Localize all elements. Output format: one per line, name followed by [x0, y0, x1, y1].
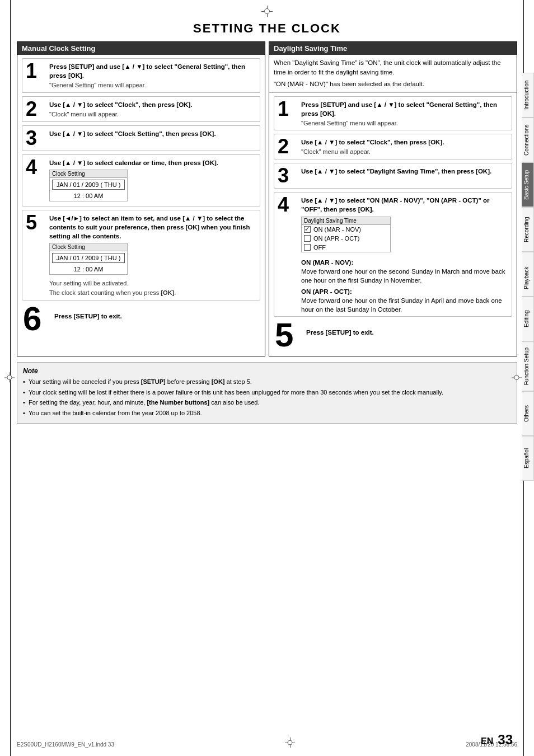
clock-box-4-line1: JAN / 01 / 2009 ( THU ) [52, 180, 125, 190]
step-1: 1 Press [SETUP] and use [▲ / ▼] to selec… [22, 58, 260, 93]
page-number-area: EN 33 [481, 732, 513, 748]
tab-connections[interactable]: Connections [522, 118, 534, 162]
sidebar-tabs: Introduction Connections Basic Setup Rec… [522, 73, 534, 481]
note-item-1: Your setting will be canceled if you pre… [23, 377, 511, 387]
top-crosshair [0, 0, 534, 17]
clock-box-4: Clock Setting JAN / 01 / 2009 ( THU ) 12… [49, 170, 128, 201]
step-6: 6 Press [SETUP] to exit. [22, 304, 260, 334]
right-step-4-text: Use [▲ / ▼] to select "ON (MAR - NOV)", … [301, 197, 490, 213]
tab-playback[interactable]: Playback [522, 252, 534, 297]
step-5-number: 5 [26, 213, 46, 233]
note-item-3: For setting the day, year, hour, and min… [23, 398, 511, 407]
clock-box-5-title: Clock Setting [50, 243, 127, 251]
step-2: 2 Use [▲ / ▼] to select "Clock", then pr… [22, 96, 260, 122]
right-step-2-sub: "Clock" menu will appear. [301, 148, 508, 156]
tab-editing[interactable]: Editing [522, 297, 534, 341]
on-mar-title: ON (MAR - NOV): [301, 259, 353, 266]
right-desc-p1: When "Daylight Saving Time" is "ON", the… [274, 58, 512, 78]
tab-others[interactable]: Others [522, 391, 534, 436]
right-step-1: 1 Press [SETUP] and use [▲ / ▼] to selec… [274, 96, 512, 131]
step-1-content: Press [SETUP] and use [▲ / ▼] to select … [49, 61, 256, 90]
on-mar-note: ON (MAR - NOV): Move forward one hour on… [301, 258, 508, 314]
clock-box-4-line2: 12 : 00 AM [50, 191, 127, 201]
clock-box-5-line2: 12 : 00 AM [50, 265, 127, 274]
step-5-content: Use [◄/►] to select an item to set, and … [49, 213, 256, 298]
left-column: Manual Clock Setting 1 Press [SETUP] and… [17, 41, 265, 356]
tab-introduction[interactable]: Introduction [522, 73, 534, 118]
tab-function-setup[interactable]: Function Setup [522, 341, 534, 391]
step-2-sub: "Clock" menu will appear. [49, 110, 256, 119]
right-step-5-text: Press [SETUP] to exit. [306, 329, 374, 336]
daylight-box-title: Daylight Saving Time [302, 217, 390, 225]
left-section-header: Manual Clock Setting [17, 42, 265, 55]
note-bold-3: [the Number buttons] [147, 399, 209, 406]
note-title: Note [23, 367, 511, 375]
step-4-content: Use [▲ / ▼] to select calendar or time, … [49, 157, 256, 204]
checkbox-1 [304, 226, 311, 233]
right-step-2-content: Use [▲ / ▼] to select "Clock", then pres… [301, 137, 508, 156]
step-5-sub1: Your setting will be activated. [49, 279, 256, 288]
right-column: Daylight Saving Time When "Daylight Savi… [269, 41, 517, 356]
right-step-3-content: Use [▲ / ▼] to select "Daylight Saving T… [301, 166, 508, 176]
note-bold-2: [OK] [212, 378, 225, 385]
right-description: When "Daylight Saving Time" is "ON", the… [269, 55, 517, 93]
footer-left: E2S00UD_H2160MW9_EN_v1.indd 33 [17, 741, 114, 748]
right-step-1-content: Press [SETUP] and use [▲ / ▼] to select … [301, 99, 508, 128]
tab-basic-setup[interactable]: Basic Setup [522, 162, 534, 207]
step-4: 4 Use [▲ / ▼] to select calendar or time… [22, 154, 260, 206]
step-1-sub: "General Setting" menu will appear. [49, 81, 256, 90]
clock-box-5: Clock Setting JAN / 01 / 2009 ( THU ) 12… [49, 243, 128, 275]
daylight-opt-2-label: ON (APR - OCT) [313, 235, 360, 242]
right-step-3-number: 3 [278, 166, 298, 186]
right-step-3-text: Use [▲ / ▼] to select "Daylight Saving T… [301, 168, 491, 175]
right-step-5-number: 5 [275, 320, 303, 350]
content-area: Manual Clock Setting 1 Press [SETUP] and… [17, 41, 517, 356]
on-apr-text: Move forward one hour on the first Sunda… [301, 296, 508, 314]
page-number: 33 [498, 732, 513, 748]
right-step-1-text: Press [SETUP] and use [▲ / ▼] to select … [301, 101, 497, 117]
step-3-content: Use [▲ / ▼] to select "Clock Setting", t… [49, 128, 256, 138]
checkbox-2 [304, 235, 311, 242]
right-step-5-content: Press [SETUP] to exit. [306, 320, 511, 337]
right-step-2-number: 2 [278, 137, 298, 157]
left-section-body: 1 Press [SETUP] and use [▲ / ▼] to selec… [17, 55, 265, 340]
main-title: SETTING THE CLOCK [17, 17, 517, 41]
daylight-box: Daylight Saving Time ON (MAR - NOV) ON (… [301, 217, 391, 252]
right-step-4: 4 Use [▲ / ▼] to select "ON (MAR - NOV)"… [274, 192, 512, 317]
clock-box-5-line1: JAN / 01 / 2009 ( THU ) [52, 253, 125, 263]
step-3-number: 3 [26, 128, 46, 148]
right-step-4-number: 4 [278, 195, 298, 215]
right-desc-p2: "ON (MAR - NOV)" has been selected as th… [274, 79, 512, 89]
step-3-text: Use [▲ / ▼] to select "Clock Setting", t… [49, 130, 216, 137]
right-section-header: Daylight Saving Time [269, 42, 517, 55]
tab-recording[interactable]: Recording [522, 207, 534, 252]
step-5-sub2: The clock start counting when you press … [49, 289, 256, 297]
right-step-3: 3 Use [▲ / ▼] to select "Daylight Saving… [274, 163, 512, 189]
footer-center-crosshair [285, 737, 295, 748]
step-6-number: 6 [23, 304, 51, 334]
tab-espanol[interactable]: Español [522, 436, 534, 481]
clock-box-4-title: Clock Setting [50, 170, 127, 178]
step-3: 3 Use [▲ / ▼] to select "Clock Setting",… [22, 125, 260, 151]
right-crosshair [512, 372, 522, 384]
note-area: Note Your setting will be canceled if yo… [17, 362, 517, 424]
en-label: EN [481, 736, 493, 746]
daylight-opt-1: ON (MAR - NOV) [302, 225, 390, 234]
step-6-content: Press [SETUP] to exit. [54, 304, 259, 321]
right-step-1-sub: "General Setting" menu will appear. [301, 119, 508, 128]
step-2-text: Use [▲ / ▼] to select "Clock", then pres… [49, 101, 192, 108]
step-5: 5 Use [◄/►] to select an item to set, an… [22, 210, 260, 300]
checkbox-3 [304, 244, 311, 251]
step-6-text: Press [SETUP] to exit. [54, 313, 122, 320]
step-1-number: 1 [26, 61, 46, 81]
right-step-2-text: Use [▲ / ▼] to select "Clock", then pres… [301, 139, 444, 145]
note-item-4: You can set the built-in calendar from t… [23, 408, 511, 418]
left-crosshair [4, 372, 15, 384]
step-2-number: 2 [26, 99, 46, 119]
step-2-content: Use [▲ / ▼] to select "Clock", then pres… [49, 99, 256, 119]
right-step-4-content: Use [▲ / ▼] to select "ON (MAR - NOV)", … [301, 195, 508, 314]
page-footer: E2S00UD_H2160MW9_EN_v1.indd 33 2008/11/2… [17, 737, 517, 748]
note-bold-1: [SETUP] [141, 378, 166, 385]
daylight-opt-2: ON (APR - OCT) [302, 234, 390, 243]
right-step-2: 2 Use [▲ / ▼] to select "Clock", then pr… [274, 134, 512, 159]
